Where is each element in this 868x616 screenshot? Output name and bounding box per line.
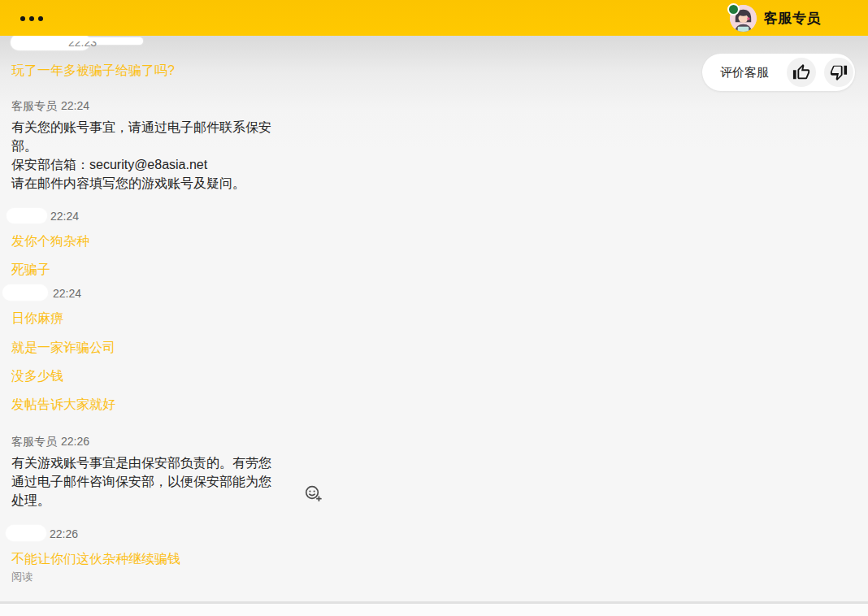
visitor-message: 发你个狗杂种 <box>11 233 89 250</box>
visitor-message: 发帖告诉大家就好 <box>11 397 115 414</box>
visitor-message: 死骗子 <box>11 262 50 279</box>
sender-name: 客服专员 <box>11 435 57 448</box>
read-receipt: 阅读 <box>11 570 33 584</box>
thumb-up-button[interactable] <box>787 58 816 87</box>
ellipsis-icon <box>20 16 25 21</box>
clipped-timestamp: 22:23 <box>68 41 97 49</box>
add-emoji-reaction-button[interactable] <box>304 484 323 504</box>
message-meta: 客服专员22:24 <box>11 99 89 114</box>
visitor-message: 不能让你们这伙杂种继续骗钱 <box>11 551 180 568</box>
visitor-message: 没多少钱 <box>11 368 63 385</box>
agent-message: 有关您的账号事宜，请通过电子邮件联系保安 部。 保安部信箱：security@e… <box>11 118 271 193</box>
timestamp: 22:24 <box>53 287 81 300</box>
visitor-message: 玩了一年多被骗子给骗了吗? <box>11 63 175 80</box>
visitor-message: 就是一家诈骗公司 <box>11 340 115 357</box>
agent-message: 有关游戏账号事宜是由保安部负责的。有劳您 通过电子邮件咨询保安部，以便保安部能为… <box>11 453 271 510</box>
thumb-down-button[interactable] <box>824 58 853 87</box>
redacted-name <box>7 208 47 223</box>
sender-name: 客服专员 <box>11 99 57 112</box>
rate-agent-pill: 评价客服 <box>702 54 855 91</box>
online-status-dot <box>727 3 740 15</box>
composer-area-edge <box>0 604 868 616</box>
chat-message-area: 评价客服 22:23 玩了一年多被骗子给骗了吗? 客服专员22:24 有关您的账… <box>0 36 868 616</box>
message-meta: 客服专员22:26 <box>11 435 89 449</box>
timestamp: 22:26 <box>50 527 78 540</box>
visitor-message: 日你麻痹 <box>11 310 63 328</box>
more-menu-button[interactable] <box>19 11 45 26</box>
redacted-name <box>6 525 46 541</box>
redacted-name <box>2 284 48 301</box>
thumb-up-icon <box>792 63 810 81</box>
agent-avatar <box>730 5 757 32</box>
timestamp: 22:26 <box>61 435 89 448</box>
rate-agent-label: 评价客服 <box>720 65 769 80</box>
timestamp: 22:24 <box>50 210 79 223</box>
agent-identity: 客服专员 <box>730 0 821 36</box>
chat-header: 客服专员 <box>0 0 868 36</box>
agent-name: 客服专员 <box>764 9 821 28</box>
timestamp: 22:24 <box>61 99 89 112</box>
ellipsis-icon <box>29 16 34 21</box>
ellipsis-icon <box>38 16 43 21</box>
thumb-down-icon <box>830 63 848 81</box>
